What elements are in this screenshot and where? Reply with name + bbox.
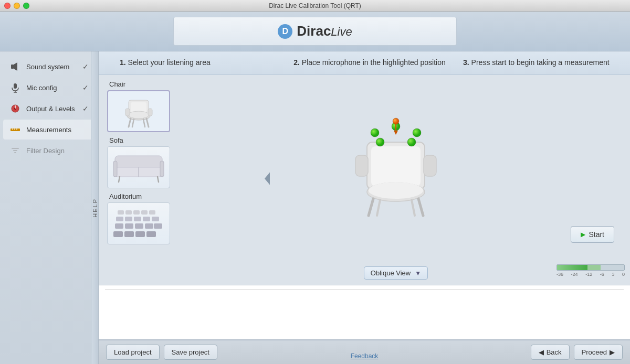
sidebar: Sound system ✓ Mic config ✓ <box>0 51 99 364</box>
svg-rect-43 <box>125 223 133 229</box>
logo: D DiracLive <box>278 23 352 39</box>
level-meter: -36 -24 -12 -6 3 0 <box>556 264 625 277</box>
start-button[interactable]: ▶ Start <box>571 226 614 243</box>
svg-rect-38 <box>125 217 132 221</box>
svg-rect-28 <box>113 161 117 177</box>
body: Sound system ✓ Mic config ✓ <box>0 51 630 364</box>
view-dropdown[interactable]: Oblique View ▼ <box>364 266 428 280</box>
sidebar-item-sound-system[interactable]: Sound system ✓ <box>3 57 95 77</box>
svg-line-60 <box>377 200 380 216</box>
save-project-button[interactable]: Save project <box>164 345 217 360</box>
sidebar-check-sound-system: ✓ <box>82 62 89 71</box>
sofa-icon <box>112 152 165 183</box>
area-nav-arrow[interactable] <box>262 171 272 188</box>
svg-line-31 <box>158 177 159 182</box>
help-tab[interactable]: HELP <box>91 51 98 364</box>
bottom-right-buttons: ◀ Back Proceed ▶ <box>531 345 623 360</box>
area-label-auditorium: Auditorium <box>107 192 269 200</box>
content-area: Chair <box>99 75 630 285</box>
sidebar-check-output-levels: ✓ <box>82 104 89 113</box>
view-selector: Oblique View ▼ <box>364 266 428 280</box>
view-dropdown-label: Oblique View <box>371 269 411 277</box>
svg-rect-29 <box>160 161 164 177</box>
svg-rect-42 <box>115 223 123 229</box>
back-button-label: Back <box>547 348 562 356</box>
meter-label-3: 3 <box>612 272 614 277</box>
sidebar-item-mic-config[interactable]: Mic config ✓ <box>3 78 95 98</box>
sidebar-item-measurements[interactable]: Measurements <box>3 120 95 140</box>
feedback-link[interactable]: Feedback <box>351 352 379 360</box>
svg-line-20 <box>146 119 149 127</box>
ruler-icon <box>9 124 21 135</box>
step-3-title: 3. Press start to begin taking a measure… <box>453 58 620 68</box>
svg-rect-35 <box>141 210 148 215</box>
placement-chair-svg <box>335 111 456 231</box>
svg-line-22 <box>143 119 145 127</box>
maximize-button[interactable] <box>23 3 29 9</box>
meter-bar <box>556 264 625 271</box>
area-image-sofa <box>107 146 170 188</box>
meter-label-36: -36 <box>556 272 563 277</box>
svg-rect-47 <box>113 231 123 237</box>
listening-area-panel: Chair <box>99 75 277 285</box>
svg-rect-37 <box>116 217 123 221</box>
feedback-label: Feedback <box>351 352 379 360</box>
load-project-button[interactable]: Load project <box>106 345 160 360</box>
dial-icon <box>9 103 21 114</box>
minimize-button[interactable] <box>14 3 20 9</box>
auditorium-icon <box>112 205 165 242</box>
proceed-button[interactable]: Proceed ▶ <box>574 345 623 360</box>
titlebar: Dirac Live Calibration Tool (QRT) <box>0 0 630 12</box>
step-3-col: 3. Press start to begin taking a measure… <box>453 58 620 68</box>
svg-rect-12 <box>12 148 19 149</box>
svg-line-59 <box>418 199 423 216</box>
svg-point-18 <box>128 111 149 119</box>
log-area <box>99 285 630 340</box>
log-divider <box>105 290 624 290</box>
svg-rect-33 <box>125 210 132 215</box>
meter-label-0: 0 <box>622 272 625 277</box>
area-item-chair[interactable]: Chair <box>107 80 269 132</box>
back-button[interactable]: ◀ Back <box>531 345 570 360</box>
svg-line-21 <box>132 119 134 127</box>
svg-rect-13 <box>13 150 17 151</box>
svg-rect-25 <box>115 156 162 169</box>
svg-rect-0 <box>11 65 14 69</box>
proceed-arrow-icon: ▶ <box>610 348 615 356</box>
area-label-sofa: Sofa <box>107 136 269 144</box>
help-label: HELP <box>92 198 98 218</box>
sidebar-label-mic-config: Mic config <box>26 84 77 92</box>
meter-label-12: -12 <box>585 272 592 277</box>
svg-rect-41 <box>152 217 159 221</box>
proceed-button-label: Proceed <box>582 348 607 356</box>
svg-rect-45 <box>145 223 153 229</box>
svg-rect-53 <box>371 146 421 186</box>
logo-box: D DiracLive <box>173 17 457 46</box>
main-content: 1. Select your listening area 2. Place m… <box>99 51 630 364</box>
mic-icon <box>9 82 21 93</box>
svg-rect-39 <box>134 217 141 221</box>
meter-segment-mid <box>587 265 601 270</box>
steps-header: 1. Select your listening area 2. Place m… <box>99 51 630 75</box>
play-icon: ▶ <box>581 231 585 238</box>
area-item-auditorium[interactable]: Auditorium <box>107 192 269 244</box>
load-project-label: Load project <box>114 348 152 356</box>
svg-rect-57 <box>424 155 436 176</box>
sidebar-label-measurements: Measurements <box>26 126 89 134</box>
svg-point-63 <box>371 129 379 137</box>
meter-labels: -36 -24 -12 -6 3 0 <box>556 272 625 277</box>
step-2-title: 2. Place microphone in the highlighted p… <box>286 58 453 68</box>
window-controls[interactable] <box>4 3 29 9</box>
speaker-icon <box>9 61 21 72</box>
meter-label-6: -6 <box>600 272 604 277</box>
sidebar-item-output-levels[interactable]: Output & Levels ✓ <box>3 99 95 119</box>
area-image-chair <box>107 90 170 132</box>
area-label-chair: Chair <box>107 80 269 88</box>
sidebar-label-output-levels: Output & Levels <box>26 105 77 113</box>
area-item-sofa[interactable]: Sofa <box>107 136 269 188</box>
svg-line-19 <box>129 119 131 127</box>
start-button-label: Start <box>589 230 604 239</box>
close-button[interactable] <box>4 3 10 9</box>
svg-rect-46 <box>154 223 162 229</box>
svg-point-64 <box>413 129 421 137</box>
